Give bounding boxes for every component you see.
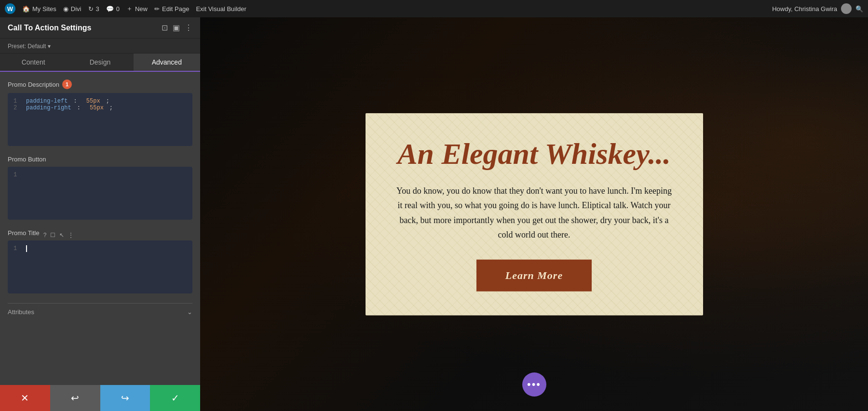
- plus-icon: ＋: [126, 4, 133, 13]
- redo-button[interactable]: ↪: [100, 385, 150, 411]
- promo-description-label: Promo Description 1: [8, 80, 192, 89]
- cancel-button[interactable]: ✕: [0, 385, 50, 411]
- howdy-text: Howdy, Christina Gwira: [772, 5, 837, 13]
- preview-area: An Elegant Whiskey... You do know, you d…: [200, 17, 868, 411]
- promo-title-editor[interactable]: 1: [8, 240, 192, 293]
- bottom-bar: ✕ ↩ ↪ ✓: [0, 385, 200, 411]
- counter-menu[interactable]: ↻ 3: [88, 5, 99, 13]
- options-icon[interactable]: ⋮: [68, 232, 74, 239]
- search-icon[interactable]: 🔍: [855, 5, 863, 13]
- panel-header-icons: ⊡ ▣ ⋮: [162, 23, 192, 32]
- counter-icon: ↻: [88, 5, 94, 13]
- tab-content[interactable]: Content: [0, 53, 67, 72]
- admin-bar-right: Howdy, Christina Gwira 🔍: [772, 3, 863, 14]
- code-line-1: 1 padding-left : 55px ;: [14, 98, 187, 105]
- chevron-down-icon: ⌄: [187, 308, 192, 316]
- tab-advanced[interactable]: Advanced: [134, 53, 200, 72]
- cursor-icon[interactable]: ↖: [59, 232, 64, 239]
- tabs-row: Content Design Advanced: [0, 53, 200, 72]
- cta-body-text: You do know, you do know that they don't…: [394, 183, 674, 242]
- exit-label: Exit Visual Builder: [196, 5, 246, 13]
- text-cursor: [26, 245, 27, 252]
- divi-label: Divi: [71, 5, 81, 13]
- attributes-label: Attributes: [8, 308, 34, 316]
- tab-design[interactable]: Design: [67, 53, 133, 72]
- settings-panel: Call To Action Settings ⊡ ▣ ⋮ Preset: De…: [0, 17, 200, 411]
- edit-page-label: Edit Page: [162, 5, 189, 13]
- edit-page-button[interactable]: ✏ Edit Page: [154, 5, 189, 13]
- layout-icon[interactable]: ▣: [173, 23, 180, 32]
- my-sites-menu[interactable]: 🏠 My Sites: [22, 5, 56, 13]
- more-icon[interactable]: ⋮: [185, 23, 192, 32]
- promo-description-section: Promo Description 1 1 padding-left : 55p…: [8, 80, 192, 146]
- new-menu[interactable]: ＋ New: [126, 4, 148, 13]
- divi-menu[interactable]: ◉ Divi: [63, 5, 81, 13]
- promo-title-label-row: Promo Title ? ☐ ↖ ⋮: [8, 229, 192, 240]
- help-icon[interactable]: ?: [43, 232, 47, 239]
- comment-icon: 💬: [106, 5, 114, 13]
- panel-header: Call To Action Settings ⊡ ▣ ⋮: [0, 17, 200, 39]
- avatar[interactable]: [841, 3, 852, 14]
- promo-description-editor[interactable]: 1 padding-left : 55px ; 2 padding-right …: [8, 93, 192, 146]
- cta-card: An Elegant Whiskey... You do know, you d…: [366, 113, 703, 316]
- exit-builder-button[interactable]: Exit Visual Builder: [196, 5, 246, 13]
- main-layout: Call To Action Settings ⊡ ▣ ⋮ Preset: De…: [0, 17, 868, 411]
- promo-button-label: Promo Button: [8, 156, 192, 163]
- promo-button-section: Promo Button 1: [8, 156, 192, 220]
- promo-description-badge: 1: [62, 80, 72, 89]
- pencil-icon: ✏: [154, 5, 160, 13]
- code-line-2: 2 padding-right : 55px ;: [14, 105, 187, 111]
- comments-menu[interactable]: 💬 0: [106, 5, 120, 13]
- comments-count: 0: [116, 5, 120, 13]
- floating-dots-menu[interactable]: •••: [522, 372, 546, 397]
- my-sites-icon: 🏠: [22, 5, 30, 13]
- preset-label[interactable]: Preset: Default ▾: [8, 43, 51, 50]
- divi-icon: ◉: [63, 5, 68, 13]
- promo-title-section: Promo Title ? ☐ ↖ ⋮ 1: [8, 229, 192, 293]
- admin-bar: W 🏠 My Sites ◉ Divi ↻ 3 💬 0 ＋ New ✏ Edit…: [0, 0, 868, 17]
- new-label: New: [135, 5, 148, 13]
- attributes-header[interactable]: Attributes ⌄: [8, 303, 192, 320]
- clone-icon[interactable]: ⊡: [162, 23, 168, 32]
- panel-title: Call To Action Settings: [8, 24, 91, 32]
- responsive-icon[interactable]: ☐: [50, 232, 55, 239]
- panel-content: Promo Description 1 1 padding-left : 55p…: [0, 72, 200, 385]
- attributes-section: Attributes ⌄: [8, 303, 192, 320]
- save-button[interactable]: ✓: [150, 385, 200, 411]
- promo-title-label: Promo Title: [8, 229, 40, 237]
- my-sites-label: My Sites: [32, 5, 56, 13]
- wordpress-icon[interactable]: W: [5, 3, 15, 14]
- undo-button[interactable]: ↩: [50, 385, 100, 411]
- preset-bar: Preset: Default ▾: [0, 39, 200, 53]
- learn-more-button[interactable]: Learn More: [476, 260, 592, 292]
- promo-button-editor[interactable]: 1: [8, 167, 192, 220]
- counter-value: 3: [96, 5, 99, 13]
- cta-title: An Elegant Whiskey...: [394, 137, 674, 170]
